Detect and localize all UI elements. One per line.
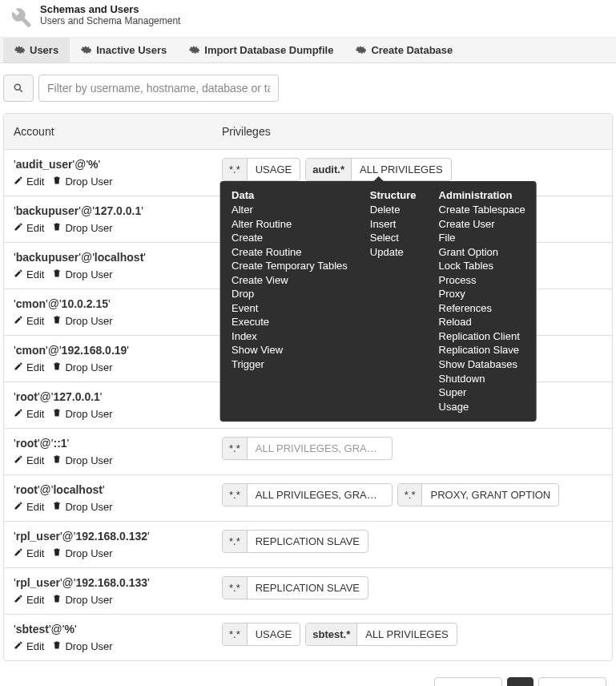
col-account: Account: [4, 114, 212, 149]
privileges-cell: *.*USAGEsbtest.*ALL PRIVILEGES: [212, 615, 612, 660]
privilege-chip[interactable]: *.*ALL PRIVILEGES, GRANT …: [222, 483, 393, 506]
account-name: 'backupuser'@'localhost': [14, 251, 203, 264]
tooltip-item: Show View: [232, 343, 348, 357]
pencil-icon: [14, 501, 23, 513]
row-actions: EditDrop User: [14, 222, 203, 234]
last-page-button[interactable]: Last Page: [538, 677, 606, 686]
tooltip-item: Create Routine: [232, 245, 348, 260]
edit-label: Edit: [26, 640, 44, 652]
tooltip-item: Execute: [232, 315, 348, 329]
gear-icon: [81, 45, 91, 55]
edit-button[interactable]: Edit: [14, 361, 44, 373]
drop-user-button[interactable]: Drop User: [52, 315, 112, 327]
privilege-chip[interactable]: *.*REPLICATION SLAVE: [222, 530, 368, 553]
drop-user-button[interactable]: Drop User: [52, 594, 112, 606]
drop-user-button[interactable]: Drop User: [52, 176, 112, 188]
privilege-text: REPLICATION SLAVE: [248, 531, 368, 552]
trash-icon: [52, 268, 62, 280]
tab-import-database-dumpfile[interactable]: Import Database Dumpfile: [178, 38, 344, 63]
edit-button[interactable]: Edit: [14, 315, 44, 327]
filter-input[interactable]: [38, 75, 279, 102]
tooltip-item: Event: [232, 301, 348, 316]
tooltip-column-title: Administration: [439, 189, 525, 201]
drop-label: Drop User: [65, 315, 112, 327]
drop-user-button[interactable]: Drop User: [52, 268, 112, 280]
search-button[interactable]: [3, 75, 34, 102]
privilege-text: USAGE: [248, 159, 300, 180]
privilege-chip[interactable]: *.*ALL PRIVILEGES, GRANT …: [222, 437, 393, 460]
edit-button[interactable]: Edit: [14, 176, 44, 188]
tooltip-item: Create Tablespace: [439, 203, 525, 217]
account-cell: 'audit_user'@'%'EditDrop User: [4, 150, 212, 196]
privilege-chip[interactable]: *.*USAGE: [222, 623, 300, 646]
edit-label: Edit: [26, 454, 44, 466]
edit-button[interactable]: Edit: [14, 640, 44, 652]
table-row: 'rpl_user'@'192.168.0.132'EditDrop User*…: [4, 521, 612, 567]
edit-button[interactable]: Edit: [14, 594, 44, 606]
privilege-text: PROXY, GRANT OPTION: [422, 484, 558, 506]
drop-user-button[interactable]: Drop User: [52, 640, 112, 652]
drop-user-button[interactable]: Drop User: [52, 454, 112, 466]
first-page-button[interactable]: First Page: [434, 677, 502, 686]
privilege-chip[interactable]: audit.*ALL PRIVILEGESDataAlterAlter Rout…: [305, 158, 451, 181]
table-row: 'audit_user'@'%'EditDrop User*.*USAGEaud…: [4, 150, 612, 196]
trash-icon: [52, 361, 62, 373]
account-name: 'cmon'@'192.168.0.19': [14, 344, 203, 357]
edit-label: Edit: [26, 315, 44, 327]
drop-user-button[interactable]: Drop User: [52, 547, 112, 559]
drop-user-button[interactable]: Drop User: [52, 408, 112, 420]
account-cell: 'cmon'@'10.0.2.15'EditDrop User: [4, 289, 212, 335]
edit-button[interactable]: Edit: [14, 408, 44, 420]
edit-button[interactable]: Edit: [14, 547, 44, 559]
pencil-icon: [14, 268, 23, 280]
tab-create-database[interactable]: Create Database: [344, 38, 464, 63]
trash-icon: [52, 640, 62, 652]
privilege-chip[interactable]: sbtest.*ALL PRIVILEGES: [305, 623, 457, 646]
privilege-chip[interactable]: *.*USAGE: [222, 158, 300, 181]
tooltip-item: Lock Tables: [439, 259, 525, 273]
tab-label: Import Database Dumpfile: [204, 44, 333, 56]
tooltip-item: Delete: [370, 203, 417, 217]
privilege-scope: *.*: [223, 159, 248, 180]
drop-user-button[interactable]: Drop User: [52, 222, 112, 234]
tab-users[interactable]: Users: [3, 38, 70, 63]
drop-label: Drop User: [65, 408, 112, 420]
privileges-cell: *.*REPLICATION SLAVE: [212, 568, 612, 614]
tab-label: Create Database: [371, 44, 453, 56]
tooltip-item: Alter: [232, 203, 348, 217]
drop-user-button[interactable]: Drop User: [52, 361, 112, 373]
account-name: 'rpl_user'@'192.168.0.132': [14, 530, 203, 543]
tooltip-item: References: [439, 301, 525, 316]
pagination: First Page 1 Last Page: [0, 672, 616, 686]
trash-icon: [52, 594, 62, 606]
privilege-chip[interactable]: *.*PROXY, GRANT OPTION: [397, 483, 560, 506]
edit-button[interactable]: Edit: [14, 454, 44, 466]
drop-label: Drop User: [65, 640, 112, 652]
edit-button[interactable]: Edit: [14, 222, 44, 234]
tooltip-item: Replication Client: [439, 329, 525, 344]
trash-icon: [52, 315, 62, 327]
edit-button[interactable]: Edit: [14, 501, 44, 513]
tooltip-item: Replication Slave: [439, 343, 525, 357]
edit-label: Edit: [26, 547, 44, 559]
privilege-text: ALL PRIVILEGES: [357, 623, 457, 645]
tab-inactive-users[interactable]: Inactive Users: [70, 38, 178, 63]
tooltip-column: AdministrationCreate TablespaceCreate Us…: [439, 189, 525, 414]
privilege-scope: *.*: [398, 484, 423, 506]
tooltip-item: Create User: [439, 217, 525, 232]
wrench-icon: [6, 3, 34, 30]
privilege-chip[interactable]: *.*REPLICATION SLAVE: [222, 576, 368, 599]
tooltip-item: Update: [370, 245, 417, 260]
privilege-text: USAGE: [248, 623, 300, 645]
tooltip-item: File: [439, 231, 525, 245]
page-1-button[interactable]: 1: [507, 677, 533, 686]
tooltip-item: Shutdown: [439, 372, 525, 386]
drop-label: Drop User: [65, 222, 112, 234]
drop-user-button[interactable]: Drop User: [52, 501, 112, 513]
row-actions: EditDrop User: [14, 408, 203, 420]
edit-button[interactable]: Edit: [14, 268, 44, 280]
account-name: 'backupuser'@'127.0.0.1': [14, 204, 203, 217]
users-table: Account Privileges 'audit_user'@'%'EditD…: [3, 113, 613, 661]
tooltip-item: Trigger: [232, 357, 348, 372]
account-name: 'root'@'127.0.0.1': [14, 390, 203, 403]
